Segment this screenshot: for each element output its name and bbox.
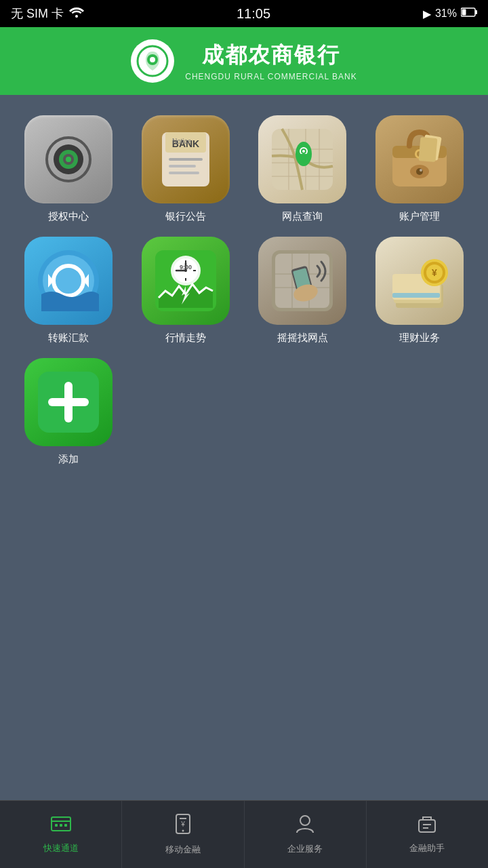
status-right: ▶ 31% <box>423 7 477 20</box>
app-label-account: 账户管理 <box>399 210 440 223</box>
logo-icon <box>131 39 174 83</box>
svg-point-84 <box>182 830 184 832</box>
battery-percentage: 31% <box>435 7 457 20</box>
location-arrow-icon: ▶ <box>423 7 431 20</box>
svg-rect-80 <box>64 824 67 827</box>
battery-icon <box>461 7 477 20</box>
svg-text:¥: ¥ <box>432 267 437 278</box>
wifi-icon <box>69 7 84 21</box>
app-icon-add <box>24 358 113 446</box>
app-item-market[interactable]: 9:00 行情走势 <box>131 237 241 344</box>
app-item-transfer[interactable]: 转账汇款 <box>14 237 124 344</box>
app-item-notice[interactable]: BANK Notice 银行公告 <box>131 115 241 223</box>
nav-label-enterprise: 企业服务 <box>287 843 323 855</box>
app-item-auth[interactable]: 授权中心 <box>14 115 124 223</box>
svg-point-0 <box>75 15 78 18</box>
app-icon-auth <box>24 115 113 203</box>
nav-label-mobile: 移动金融 <box>165 844 201 856</box>
nav-icon-mobile: ¥ <box>174 813 192 840</box>
nav-item-assistant[interactable]: 金融助手 <box>367 801 488 868</box>
bank-name: 成都农商银行 CHENGDU RURAL COMMERCIAL BANK <box>185 41 357 81</box>
svg-rect-16 <box>169 165 196 167</box>
svg-rect-17 <box>169 172 199 174</box>
svg-point-38 <box>416 168 423 175</box>
svg-point-39 <box>420 169 422 172</box>
bank-name-en: CHENGDU RURAL COMMERCIAL BANK <box>185 72 357 81</box>
svg-point-30 <box>302 150 305 153</box>
app-label-transfer: 转账汇款 <box>48 332 89 344</box>
app-icon-market: 9:00 <box>142 237 230 325</box>
nav-icon-fast <box>50 814 72 838</box>
status-time: 11:05 <box>237 6 270 22</box>
svg-rect-75 <box>48 398 89 406</box>
status-bar: 无 SIM 卡 11:05 ▶ 31% <box>0 0 488 27</box>
app-icon-shake <box>258 237 346 325</box>
app-label-finance: 理财业务 <box>399 332 440 344</box>
svg-rect-15 <box>169 158 203 161</box>
sim-status: 无 SIM 卡 <box>11 5 64 22</box>
nav-label-assistant: 金融助手 <box>409 842 445 854</box>
svg-rect-3 <box>462 9 466 16</box>
app-label-shake: 摇摇找网点 <box>277 332 328 344</box>
app-item-finance[interactable]: ¥ 理财业务 <box>365 237 475 344</box>
app-icon-notice: BANK Notice <box>142 115 230 203</box>
app-label-location: 网点查询 <box>282 210 323 223</box>
svg-rect-78 <box>55 824 58 827</box>
app-label-add: 添加 <box>58 453 79 466</box>
app-item-location[interactable]: 网点查询 <box>247 115 358 223</box>
app-icon-account <box>375 115 464 203</box>
bottom-nav: 快速通道 ¥ 移动金融 企业服务 <box>0 800 488 868</box>
svg-rect-72 <box>392 293 440 298</box>
nav-item-fast[interactable]: 快速通道 <box>0 801 122 868</box>
svg-text:Notice: Notice <box>172 138 192 145</box>
app-grid: 授权中心 BANK Notice 银行公告 <box>14 115 474 466</box>
app-icon-location <box>258 115 346 203</box>
app-item-add[interactable]: 添加 <box>14 358 124 466</box>
app-icon-transfer <box>24 237 113 325</box>
svg-text:9:00: 9:00 <box>180 264 192 271</box>
svg-point-85 <box>300 816 310 825</box>
nav-icon-assistant <box>416 814 438 838</box>
svg-point-6 <box>150 57 155 62</box>
svg-text:¥: ¥ <box>180 821 185 828</box>
app-label-auth: 授权中心 <box>48 210 89 223</box>
svg-rect-2 <box>475 10 477 14</box>
bank-name-cn: 成都农商银行 <box>185 41 357 71</box>
nav-item-mobile[interactable]: ¥ 移动金融 <box>122 801 244 868</box>
svg-rect-36 <box>418 137 437 162</box>
app-item-account[interactable]: 账户管理 <box>365 115 475 223</box>
app-label-market: 行情走势 <box>165 332 206 344</box>
app-icon-finance: ¥ <box>375 237 464 325</box>
nav-item-enterprise[interactable]: 企业服务 <box>245 801 367 868</box>
bank-logo: 成都农商银行 CHENGDU RURAL COMMERCIAL BANK <box>131 39 357 83</box>
app-header: 成都农商银行 CHENGDU RURAL COMMERCIAL BANK <box>0 27 488 95</box>
svg-rect-79 <box>60 824 62 827</box>
app-item-shake[interactable]: 摇摇找网点 <box>247 237 358 344</box>
nav-label-fast: 快速通道 <box>43 842 79 854</box>
app-label-notice: 银行公告 <box>165 210 206 223</box>
svg-point-11 <box>66 157 71 162</box>
status-left: 无 SIM 卡 <box>11 5 84 22</box>
app-grid-area: 授权中心 BANK Notice 银行公告 <box>0 95 488 800</box>
svg-rect-86 <box>419 820 435 832</box>
nav-icon-enterprise <box>294 814 316 839</box>
